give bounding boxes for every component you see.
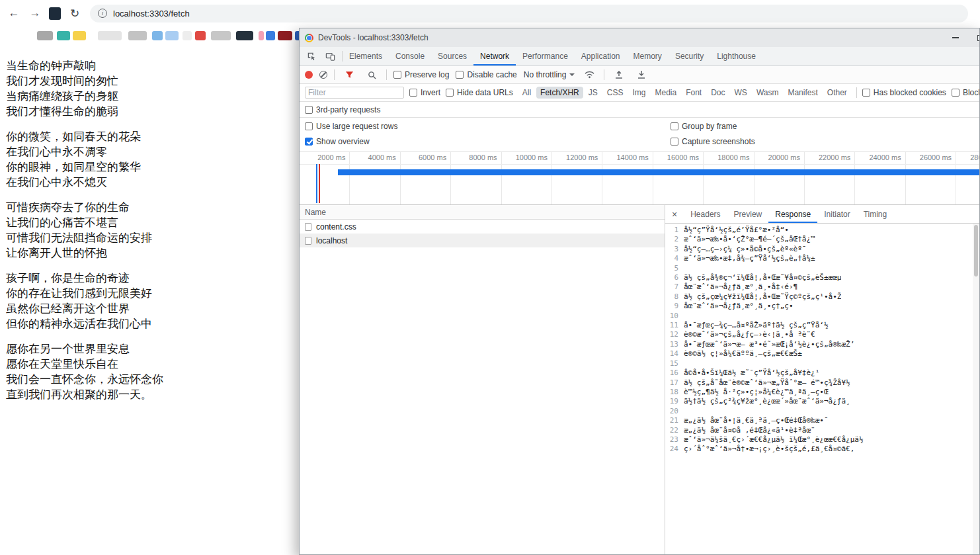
poem-line bbox=[6, 119, 292, 129]
bookmark-item[interactable] bbox=[266, 31, 275, 40]
search-icon[interactable] bbox=[364, 67, 380, 82]
network-overview-timeline[interactable]: 2000 ms4000 ms6000 ms8000 ms10000 ms1200… bbox=[300, 152, 979, 205]
request-type-filter[interactable]: All bbox=[518, 87, 535, 99]
line-text: å­©å­•å•Šï¼Œä½ æ˜¯ç”Ÿå‘½çš„å¥‡è¿¹ bbox=[684, 368, 819, 378]
requests-name-column-header[interactable]: Name bbox=[300, 205, 665, 220]
bookmark-item[interactable] bbox=[165, 31, 179, 40]
request-type-filter[interactable]: Font bbox=[682, 87, 706, 99]
devtools-tab[interactable]: Console bbox=[389, 47, 431, 65]
blocked-requests-checkbox[interactable]: Blocked Requests bbox=[952, 88, 979, 97]
line-number: 2 bbox=[665, 235, 684, 244]
hide-data-urls-checkbox[interactable]: Hide data URLs bbox=[446, 88, 513, 97]
bookmark-item[interactable] bbox=[128, 31, 147, 40]
request-type-filter[interactable]: CSS bbox=[603, 87, 628, 99]
preserve-log-checkbox[interactable]: Preserve log bbox=[393, 70, 449, 79]
inspect-element-icon[interactable] bbox=[304, 49, 319, 64]
request-type-filter[interactable]: Other bbox=[823, 87, 851, 99]
request-type-filter[interactable]: JS bbox=[585, 87, 602, 99]
capture-screenshots-checkbox[interactable]: Capture screenshots bbox=[671, 137, 979, 146]
timeline-tick: 22000 ms bbox=[805, 152, 855, 204]
timeline-tick: 6000 ms bbox=[401, 152, 451, 204]
request-type-filter[interactable]: Wasm bbox=[753, 87, 783, 99]
detail-tab[interactable]: Initiator bbox=[817, 205, 856, 223]
request-type-filter[interactable]: WS bbox=[731, 87, 751, 99]
export-har-icon[interactable] bbox=[633, 67, 649, 82]
request-type-filter[interactable]: Doc bbox=[707, 87, 729, 99]
detail-tab[interactable]: Preview bbox=[727, 205, 769, 223]
timeline-tick: 20000 ms bbox=[755, 152, 805, 204]
line-number: 11 bbox=[665, 321, 684, 330]
devtools-tab[interactable]: Lighthouse bbox=[710, 47, 762, 65]
request-type-filter[interactable]: Media bbox=[651, 87, 680, 99]
reload-button[interactable]: ↻ bbox=[66, 5, 83, 22]
checkbox-label: Show overview bbox=[316, 137, 370, 146]
bookmark-item[interactable] bbox=[211, 31, 231, 40]
bookmark-item[interactable] bbox=[37, 31, 53, 40]
detail-tab[interactable]: Response bbox=[768, 205, 817, 223]
checkbox-label: Hide data URLs bbox=[457, 88, 513, 97]
bookmark-item[interactable] bbox=[57, 31, 70, 40]
third-party-requests-checkbox[interactable]: 3rd-party requests bbox=[305, 105, 380, 114]
request-row[interactable]: localhost bbox=[300, 234, 665, 247]
devtools-tab[interactable]: Sources bbox=[431, 47, 473, 65]
checkbox bbox=[393, 71, 401, 79]
device-toolbar-icon[interactable] bbox=[322, 49, 338, 64]
response-line: 21 æ„¿ä½ åœ¨å•¦ä¸€ä¸ªä¸–ç•Œé‡Œå®‰æ•¯ bbox=[665, 416, 979, 425]
bookmark-item[interactable] bbox=[98, 31, 122, 40]
throttling-dropdown[interactable]: No throttling bbox=[524, 70, 575, 79]
response-scrollbar[interactable] bbox=[973, 224, 979, 554]
network-filter-input[interactable] bbox=[305, 87, 404, 99]
checkbox-label: Preserve log bbox=[405, 70, 449, 79]
devtools-tab[interactable]: Security bbox=[669, 47, 710, 65]
import-har-icon[interactable] bbox=[611, 67, 627, 82]
response-line: 2 æˆ‘ä»¬æ‰•å•‘çŽ°æ—¶é—´çš„åŒ†å¿™ bbox=[665, 235, 979, 244]
checkbox-label: Use large request rows bbox=[316, 122, 397, 131]
line-text: ä½ çš„çœ¼ç¥žï¼Œå¦‚å•Œæ˜Ÿç©ºçš„ç¹•å•Ž bbox=[684, 292, 841, 302]
timeline-tick: 24000 ms bbox=[855, 152, 905, 204]
devtools-tab[interactable]: Application bbox=[575, 47, 627, 65]
detail-tab[interactable]: Headers bbox=[684, 205, 727, 223]
response-line: 4 æˆ‘ä»¬æ‰•æ‡‚å¾—ç”Ÿå‘½çš„è„†å¼± bbox=[665, 254, 979, 263]
bookmark-item[interactable] bbox=[73, 31, 86, 40]
address-bar[interactable]: localhost:3303/fetch bbox=[90, 5, 968, 22]
line-text: åœ¨æˆ‘ä»¬å¿ƒä¸­æ°¸ä¸•å‡‹é›¶ bbox=[684, 282, 797, 292]
forward-button[interactable]: → bbox=[26, 5, 44, 22]
request-row[interactable]: content.css bbox=[300, 220, 665, 234]
bookmark-item[interactable] bbox=[259, 31, 264, 40]
group-by-frame-checkbox[interactable]: Group by frame bbox=[671, 122, 979, 131]
network-conditions-icon[interactable] bbox=[581, 67, 597, 82]
devtools-tab[interactable]: Performance bbox=[516, 47, 575, 65]
poem-line: 让你离开人世的怀抱 bbox=[6, 245, 292, 261]
poem-line: 虽然你已经离开这个世界 bbox=[6, 301, 292, 316]
request-type-filter[interactable]: Img bbox=[628, 87, 649, 99]
use-large-request-rows-checkbox[interactable]: Use large request rows bbox=[305, 122, 671, 131]
scrollbar-thumb[interactable] bbox=[974, 225, 978, 277]
show-overview-checkbox[interactable]: Show overview bbox=[305, 137, 671, 146]
bookmark-item[interactable] bbox=[195, 31, 206, 40]
minimize-button[interactable] bbox=[946, 28, 965, 47]
devtools-tab[interactable]: Memory bbox=[627, 47, 669, 65]
clear-network-log-button[interactable] bbox=[319, 71, 327, 79]
back-button[interactable]: ← bbox=[5, 5, 22, 22]
close-detail-button[interactable]: × bbox=[665, 205, 684, 223]
bookmark-item[interactable] bbox=[278, 31, 292, 40]
request-type-filter[interactable]: Fetch/XHR bbox=[536, 87, 583, 99]
devtools-tab[interactable]: Elements bbox=[343, 47, 389, 65]
detail-tab[interactable]: Timing bbox=[857, 205, 894, 223]
record-network-log-button[interactable] bbox=[305, 71, 313, 79]
bookmark-item[interactable] bbox=[183, 31, 192, 40]
request-type-filter[interactable]: Manifest bbox=[784, 87, 821, 99]
invert-checkbox[interactable]: Invert bbox=[409, 88, 440, 97]
devtools-tab[interactable]: Network bbox=[473, 47, 516, 65]
disable-cache-checkbox[interactable]: Disable cache bbox=[456, 70, 516, 79]
has-blocked-cookies-checkbox[interactable]: Has blocked cookies bbox=[862, 88, 946, 97]
filter-funnel-icon[interactable] bbox=[341, 67, 357, 82]
maximize-button[interactable] bbox=[970, 28, 979, 47]
third-party-row: 3rd-party requests bbox=[300, 102, 979, 118]
site-info-icon[interactable] bbox=[98, 9, 107, 18]
overview-activity-bar bbox=[338, 169, 979, 175]
bookmark-item[interactable] bbox=[152, 31, 163, 40]
blurred-toolbar-item[interactable] bbox=[49, 7, 61, 20]
response-line: 15 bbox=[665, 359, 979, 368]
bookmark-item[interactable] bbox=[236, 31, 253, 40]
